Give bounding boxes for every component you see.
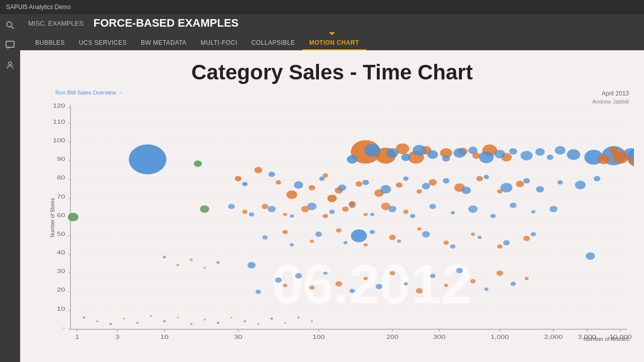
svg-text:110: 110 — [53, 118, 65, 125]
svg-point-184 — [364, 213, 368, 216]
svg-point-82 — [427, 150, 438, 159]
svg-point-213 — [350, 289, 355, 293]
svg-text:300: 300 — [433, 333, 445, 340]
svg-text:-: - — [62, 324, 65, 330]
svg-text:30: 30 — [234, 333, 242, 340]
svg-point-152 — [315, 231, 322, 237]
svg-point-231 — [163, 256, 166, 258]
svg-point-128 — [380, 185, 391, 194]
svg-point-130 — [422, 183, 430, 190]
svg-point-139 — [594, 176, 600, 182]
svg-point-222 — [470, 279, 476, 284]
svg-point-109 — [286, 191, 297, 199]
svg-point-123 — [268, 171, 275, 177]
tab-bw-metadata[interactable]: BW METADATA — [134, 36, 194, 50]
svg-point-136 — [536, 186, 544, 193]
svg-point-127 — [362, 179, 369, 185]
tab-motion-chart[interactable]: MOTION CHART — [302, 36, 366, 50]
svg-point-234 — [203, 267, 206, 269]
svg-point-80 — [401, 153, 411, 161]
svg-point-173 — [468, 205, 478, 213]
chart-title: Category Sales - Time Chart — [30, 60, 634, 84]
svg-point-209 — [295, 273, 302, 279]
svg-point-155 — [397, 239, 401, 242]
svg-text:70: 70 — [57, 193, 65, 200]
svg-point-161 — [228, 204, 234, 209]
search-icon[interactable] — [4, 19, 16, 31]
svg-point-183 — [342, 207, 349, 212]
svg-text:80: 80 — [57, 174, 65, 181]
svg-text:20: 20 — [57, 287, 65, 293]
svg-point-78 — [364, 144, 380, 157]
svg-point-159 — [503, 240, 510, 245]
svg-point-164 — [290, 214, 294, 217]
svg-point-134 — [501, 183, 513, 193]
svg-point-84 — [453, 148, 465, 158]
svg-point-85 — [468, 147, 478, 154]
svg-point-147 — [471, 233, 475, 236]
svg-point-166 — [330, 210, 335, 214]
nav-bar: MISC. EXAMPLES FORCE-BASED EXAMPLES BUBB… — [20, 14, 644, 50]
svg-point-149 — [523, 236, 530, 241]
svg-text:10,000: 10,000 — [609, 333, 632, 340]
bw-link[interactable]: Run BW Sales Overview → — [55, 89, 123, 96]
nav-top: MISC. EXAMPLES FORCE-BASED EXAMPLES — [20, 14, 644, 32]
chat-icon[interactable] — [4, 39, 16, 51]
svg-point-187 — [83, 316, 85, 318]
svg-point-235 — [216, 261, 220, 263]
misc-examples-link[interactable]: MISC. EXAMPLES — [28, 20, 84, 27]
svg-point-115 — [396, 183, 403, 188]
svg-point-125 — [319, 176, 325, 181]
svg-point-178 — [242, 210, 248, 214]
svg-point-86 — [479, 151, 494, 163]
main-content: MISC. EXAMPLES FORCE-BASED EXAMPLES BUBB… — [20, 14, 644, 362]
svg-point-174 — [491, 214, 496, 218]
svg-point-3 — [9, 62, 12, 65]
svg-point-150 — [262, 235, 268, 240]
svg-point-138 — [575, 181, 586, 190]
svg-point-102 — [129, 144, 167, 174]
nav-indicator — [329, 32, 335, 35]
svg-text:3: 3 — [115, 333, 119, 340]
svg-point-197 — [217, 322, 219, 324]
svg-point-182 — [323, 214, 328, 218]
svg-text:50: 50 — [57, 230, 65, 237]
svg-text:1: 1 — [75, 333, 79, 340]
svg-text:10: 10 — [57, 305, 65, 312]
svg-point-126 — [338, 185, 346, 191]
svg-point-192 — [150, 315, 152, 317]
svg-text:10: 10 — [160, 333, 169, 340]
svg-point-132 — [461, 187, 471, 194]
svg-point-179 — [262, 204, 268, 209]
scatter-chart: - 10 20 30 40 50 60 70 80 90 100 110 120 — [30, 100, 634, 356]
svg-point-98 — [598, 154, 610, 164]
svg-point-142 — [336, 228, 342, 233]
tab-bubbles[interactable]: BUBBLES — [28, 36, 72, 50]
svg-point-113 — [356, 182, 362, 187]
svg-point-198 — [230, 317, 232, 318]
app-title: SAPUI5 Analytics Demo — [6, 4, 71, 11]
svg-point-217 — [404, 282, 408, 285]
svg-point-90 — [535, 148, 545, 156]
svg-point-137 — [557, 180, 563, 185]
svg-point-205 — [248, 262, 256, 268]
svg-point-203 — [297, 316, 300, 318]
svg-point-135 — [523, 178, 530, 184]
svg-text:3,000: 3,000 — [578, 333, 596, 340]
nav-tabs: BUBBLES UCS SERVICES BW METADATA MULTI-F… — [20, 32, 644, 50]
svg-text:100: 100 — [312, 333, 325, 340]
users-icon[interactable] — [4, 59, 16, 71]
svg-point-185 — [381, 203, 390, 210]
tab-multi-foci[interactable]: MULTI-FOCI — [194, 36, 245, 50]
tab-ucs-services[interactable]: UCS SERVICES — [72, 36, 134, 50]
svg-point-101 — [609, 147, 619, 154]
svg-point-181 — [301, 206, 309, 212]
svg-point-216 — [390, 271, 395, 276]
tab-collapsible[interactable]: COLLAPSIBLE — [245, 36, 302, 50]
svg-point-129 — [403, 176, 409, 181]
svg-point-119 — [476, 176, 483, 182]
svg-point-146 — [443, 241, 449, 245]
svg-point-145 — [417, 227, 421, 230]
svg-point-207 — [256, 290, 261, 294]
svg-point-227 — [328, 195, 337, 202]
